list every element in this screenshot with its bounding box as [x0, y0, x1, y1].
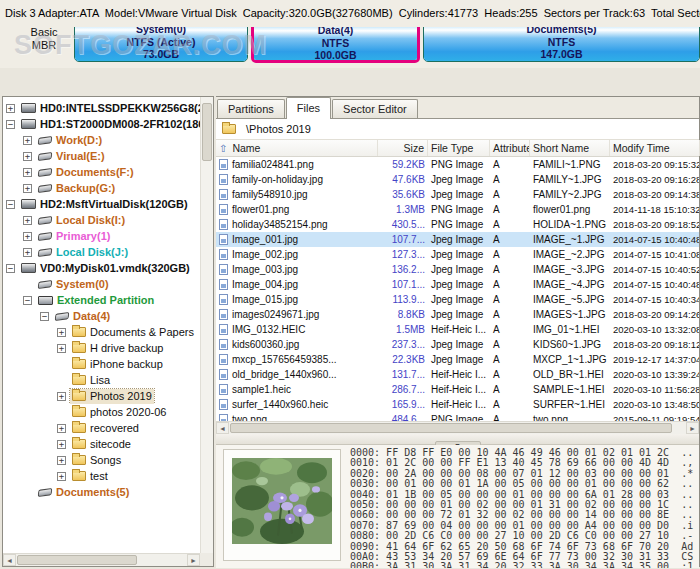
tree-item[interactable]: +Work(D:) [3, 132, 200, 148]
tree-item[interactable]: +sitecode [3, 436, 200, 452]
tree-item-label: Documents(F:) [56, 166, 134, 178]
collapse-icon[interactable]: − [6, 120, 15, 129]
tree-item[interactable]: −Extended Partition [3, 292, 200, 308]
expand-icon[interactable]: + [57, 440, 66, 449]
tree-item[interactable]: −Data(4) [3, 308, 200, 324]
expand-icon[interactable]: + [6, 104, 15, 113]
file-row[interactable]: mxcp_157656459385...22.3KBJpeg ImageAMXC… [216, 352, 699, 367]
file-row[interactable]: Image_003.jpg136.2...Jpeg ImageAIMAGE_~3… [216, 262, 699, 277]
column-header-file-type[interactable]: File Type [428, 140, 490, 156]
tree-hscroll-thumb[interactable] [17, 555, 137, 565]
hex-panel-splitter[interactable]: ▼ [216, 434, 699, 445]
tab-sector-editor[interactable]: Sector Editor [332, 99, 418, 118]
tree-item[interactable]: +HD0:INTELSSDPEKKW256G8(238 [3, 100, 200, 116]
tree-item[interactable]: −HD2:MsftVirtualDisk(120GB) [3, 196, 200, 212]
expand-icon[interactable]: + [23, 216, 32, 225]
expand-icon[interactable]: + [23, 248, 32, 257]
file-size: 35.6KB [378, 187, 428, 202]
tree-item[interactable]: +Virual(E:) [3, 148, 200, 164]
file-name: family548910.jpg [232, 187, 308, 202]
tab-partitions[interactable]: Partitions [217, 99, 285, 118]
expand-icon[interactable]: + [57, 456, 66, 465]
tree-horizontal-scrollbar[interactable]: ◄ ► [3, 553, 200, 566]
hex-view[interactable]: 0000: FF D8 FF E0 00 10 4A 46 49 46 00 0… [216, 445, 699, 568]
tree-item[interactable]: System(0) [3, 276, 200, 292]
file-row[interactable]: sample1.heic286.7...Heif-Heic I...ASAMPL… [216, 382, 699, 397]
expand-icon[interactable]: + [57, 424, 66, 433]
file-row[interactable]: family548910.jpg35.6KBJpeg ImageAFAMILY~… [216, 187, 699, 202]
collapse-icon[interactable]: − [6, 264, 15, 273]
file-row[interactable]: Image_001.jpg107.7...Jpeg ImageAIMAGE_~1… [216, 232, 699, 247]
file-row[interactable]: IMG_0132.HEIC1.5MBHeif-Heic I...AIMG_01~… [216, 322, 699, 337]
tree-item[interactable]: −VD0:MyDisk01.vmdk(320GB) [3, 260, 200, 276]
disk-icon [21, 103, 36, 113]
tree-scroll-left-icon[interactable]: ◄ [3, 554, 16, 566]
file-row[interactable]: flower01.png1.3MBPNG ImageAflower01.png2… [216, 202, 699, 217]
directory-tree-panel: +HD0:INTELSSDPEKKW256G8(238−HD1:ST2000DM… [2, 96, 214, 567]
list-hscroll-thumb[interactable] [230, 423, 672, 433]
list-scroll-left-icon[interactable]: ◄ [216, 422, 229, 434]
file-row[interactable]: Image_004.jpg107.1...Jpeg ImageAIMAGE_~4… [216, 277, 699, 292]
file-row[interactable]: familia024841.png59.2KBPNG ImageAFAMILI~… [216, 157, 699, 172]
tab-files[interactable]: Files [286, 97, 331, 119]
tree-item[interactable]: +Local Disk(I:) [3, 212, 200, 228]
file-row[interactable]: kids600360.jpg237.3...Jpeg ImageAKIDS60~… [216, 337, 699, 352]
file-attribute: A [490, 382, 530, 397]
tree-vertical-scrollbar[interactable] [200, 97, 213, 553]
column-header-name[interactable]: ⇧Name [216, 140, 378, 156]
tree-item-content: System(0) [36, 277, 111, 292]
disk-type-line2: MBR [12, 39, 76, 52]
file-row[interactable]: surfer_1440x960.heic165.9...Heif-Heic I.… [216, 397, 699, 412]
expand-icon[interactable]: + [57, 344, 66, 353]
expand-icon[interactable]: + [23, 168, 32, 177]
file-row[interactable]: holiday34852154.png430.5...PNG ImageAHOL… [216, 217, 699, 232]
file-size: 237.3... [378, 337, 428, 352]
folder-icon [222, 124, 236, 134]
tree-item[interactable]: +Backup(G:) [3, 180, 200, 196]
file-row[interactable]: family-on-holiday.jpg47.6KBJpeg ImageAFA… [216, 172, 699, 187]
file-row[interactable]: old_bridge_1440x960...131.7...Heif-Heic … [216, 367, 699, 382]
column-header-short-name[interactable]: Short Name [530, 140, 610, 156]
expand-icon[interactable]: + [23, 136, 32, 145]
tree-scroll-right-icon[interactable]: ► [187, 554, 200, 566]
list-scroll-right-icon[interactable]: ► [686, 422, 699, 434]
collapse-icon[interactable]: − [6, 200, 15, 209]
column-header-label: Size [404, 142, 424, 154]
tree-item-label: Work(D:) [56, 134, 102, 146]
file-short-name: two.png [530, 412, 610, 421]
file-row[interactable]: two.png484.6...PNG ImageAtwo.png2015-09-… [216, 412, 699, 421]
tree-item[interactable]: +Local Disk(J:) [3, 244, 200, 260]
tree-item[interactable]: +Photos 2019 [3, 388, 200, 404]
tree-item-content: HD2:MsftVirtualDisk(120GB) [19, 197, 190, 212]
file-name: kids600360.jpg [232, 337, 299, 352]
tree-item[interactable]: Documents(5) [3, 484, 200, 500]
collapse-icon[interactable]: − [40, 312, 49, 321]
file-list-horizontal-scrollbar[interactable]: ◄ ► [216, 421, 699, 434]
expand-icon[interactable]: + [57, 328, 66, 337]
expand-icon[interactable]: + [23, 152, 32, 161]
expand-icon[interactable]: + [23, 184, 32, 193]
file-row[interactable]: images0249671.jpg8.8KBJpeg ImageAIMAGES~… [216, 307, 699, 322]
tree-item[interactable]: +Primary(1) [3, 228, 200, 244]
file-row[interactable]: Image_002.jpg127.3...Jpeg ImageAIMAGE_~2… [216, 247, 699, 262]
collapse-icon[interactable]: − [23, 296, 32, 305]
tree-item[interactable]: +test [3, 468, 200, 484]
partition-icon [38, 151, 53, 160]
tree-item[interactable]: +recovered [3, 420, 200, 436]
tree-item[interactable]: +Songs [3, 452, 200, 468]
expand-icon[interactable]: + [57, 472, 66, 481]
expand-icon[interactable]: + [57, 392, 66, 401]
tree-item[interactable]: −HD1:ST2000DM008-2FR102(1863 [3, 116, 200, 132]
tree-item[interactable]: photos 2020-06 [3, 404, 200, 420]
tree-item[interactable]: +Documents & Papers [3, 324, 200, 340]
column-header-attribute[interactable]: Attribute [490, 140, 530, 156]
file-row[interactable]: Image_015.jpg113.9...Jpeg ImageAIMAGE_~5… [216, 292, 699, 307]
column-header-size[interactable]: Size [378, 140, 428, 156]
column-header-modify-time[interactable]: Modify Time [610, 140, 700, 156]
expand-icon[interactable]: + [23, 232, 32, 241]
tree-item[interactable]: iPhone backup [3, 356, 200, 372]
tree-vscroll-thumb[interactable] [202, 103, 212, 161]
tree-item[interactable]: Lisa [3, 372, 200, 388]
tree-item[interactable]: +Documents(F:) [3, 164, 200, 180]
tree-item[interactable]: +H drive backup [3, 340, 200, 356]
